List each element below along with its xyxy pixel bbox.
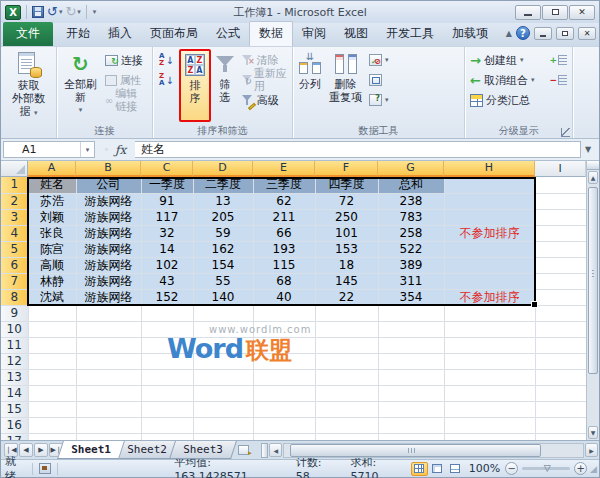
row-header-7[interactable]: 7 (1, 273, 28, 289)
consolidate-button[interactable] (367, 71, 391, 89)
cell-B6[interactable]: 游族网络 (76, 257, 141, 273)
cell-D2[interactable]: 13 (193, 193, 253, 209)
row-header-9[interactable]: 9 (1, 305, 28, 321)
cell-A5[interactable]: 陈宫 (28, 241, 76, 257)
cell-I17[interactable] (535, 433, 586, 440)
subtotal-button[interactable]: 分类汇总 (468, 91, 543, 109)
cell-H17[interactable] (444, 433, 535, 440)
vertical-scroll-track[interactable] (588, 185, 598, 425)
cell-I4[interactable] (535, 225, 586, 241)
cell-B2[interactable]: 游族网络 (76, 193, 141, 209)
cell-C6[interactable]: 102 (141, 257, 193, 273)
cell-I1[interactable] (535, 177, 586, 193)
cell-H10[interactable] (444, 321, 535, 337)
sheet-tab-sheet3[interactable]: Sheet3 (169, 441, 237, 459)
cell-E13[interactable] (253, 369, 315, 385)
tab-file[interactable]: 文件 (3, 22, 53, 46)
cell-E9[interactable] (253, 305, 315, 321)
cell-F11[interactable] (315, 337, 378, 353)
cell-E5[interactable]: 193 (253, 241, 315, 257)
filter-button[interactable]: 筛选 (213, 49, 237, 122)
cell-E2[interactable]: 62 (253, 193, 315, 209)
cell-I5[interactable] (535, 241, 586, 257)
column-header-F[interactable]: F (315, 161, 378, 177)
cell-E17[interactable] (253, 433, 315, 440)
cell-C5[interactable]: 14 (141, 241, 193, 257)
cell-H3[interactable] (444, 209, 535, 225)
scrollbar-split-handle[interactable] (587, 161, 599, 170)
cell-B8[interactable]: 游族网络 (76, 289, 141, 305)
cell-G13[interactable] (378, 369, 444, 385)
cell-C7[interactable]: 43 (141, 273, 193, 289)
cell-B16[interactable] (76, 417, 141, 433)
doc-minimize-button[interactable] (534, 27, 552, 40)
cell-H4[interactable]: 不参加排序 (444, 225, 535, 241)
connections-button[interactable]: 连接 (103, 51, 149, 69)
cell-E15[interactable] (253, 401, 315, 417)
horizontal-scroll-track[interactable] (283, 443, 584, 458)
minimize-button[interactable] (515, 5, 541, 20)
tab-insert[interactable]: 插入 (99, 22, 141, 46)
data-validation-button[interactable]: ✓⊘▾ (367, 51, 391, 69)
cell-H2[interactable] (444, 193, 535, 209)
name-box-dropdown-icon[interactable]: ▾ (80, 142, 94, 157)
cell-D13[interactable] (193, 369, 253, 385)
cell-H12[interactable] (444, 353, 535, 369)
sort-ascending-button[interactable]: AZ↓ (157, 51, 176, 69)
formula-content[interactable]: 姓名 (135, 141, 581, 158)
cell-F13[interactable] (315, 369, 378, 385)
cell-D17[interactable] (193, 433, 253, 440)
cell-D6[interactable]: 154 (193, 257, 253, 273)
cell-C16[interactable] (141, 417, 193, 433)
help-button[interactable]: ? (516, 26, 530, 40)
cell-A12[interactable] (28, 353, 76, 369)
cell-A17[interactable] (28, 433, 76, 440)
cell-F8[interactable]: 22 (315, 289, 378, 305)
customize-qat-button[interactable]: ▾ (92, 5, 97, 19)
cell-G9[interactable] (378, 305, 444, 321)
cell-D14[interactable] (193, 385, 253, 401)
cell-G10[interactable] (378, 321, 444, 337)
column-header-C[interactable]: C (141, 161, 193, 177)
cell-G17[interactable] (378, 433, 444, 440)
cell-I3[interactable] (535, 209, 586, 225)
row-header-14[interactable]: 14 (1, 385, 28, 401)
cell-E6[interactable]: 115 (253, 257, 315, 273)
edit-links-button[interactable]: ∞编辑链接 (103, 91, 149, 109)
sort-descending-button[interactable]: ZA↓ (157, 71, 176, 89)
row-header-1[interactable]: 1 (1, 177, 28, 193)
cell-C3[interactable]: 117 (141, 209, 193, 225)
cell-G11[interactable] (378, 337, 444, 353)
row-header-16[interactable]: 16 (1, 417, 28, 433)
record-macro-icon[interactable] (39, 463, 51, 474)
cell-C12[interactable] (141, 353, 193, 369)
cell-H6[interactable] (444, 257, 535, 273)
cell-D10[interactable] (193, 321, 253, 337)
column-header-B[interactable]: B (76, 161, 141, 177)
tab-review[interactable]: 审阅 (293, 22, 335, 46)
row-header-13[interactable]: 13 (1, 369, 28, 385)
cell-A3[interactable]: 刘颖 (28, 209, 76, 225)
get-external-data-button[interactable]: 获取 外部数据 ▾ (4, 50, 53, 122)
cell-I7[interactable] (535, 273, 586, 289)
zoom-level[interactable]: 100% (469, 462, 500, 475)
cell-G3[interactable]: 783 (378, 209, 444, 225)
cell-C8[interactable]: 152 (141, 289, 193, 305)
create-group-button[interactable]: →创建组▾ (468, 51, 543, 69)
cell-E12[interactable] (253, 353, 315, 369)
column-header-D[interactable]: D (193, 161, 253, 177)
cell-C10[interactable] (141, 321, 193, 337)
cell-D4[interactable]: 59 (193, 225, 253, 241)
cell-B3[interactable]: 游族网络 (76, 209, 141, 225)
cell-B15[interactable] (76, 401, 141, 417)
cell-C17[interactable] (141, 433, 193, 440)
doc-restore-button[interactable] (556, 27, 574, 40)
cell-B5[interactable]: 游族网络 (76, 241, 141, 257)
cell-F14[interactable] (315, 385, 378, 401)
cell-F3[interactable]: 250 (315, 209, 378, 225)
cell-H9[interactable] (444, 305, 535, 321)
vertical-scrollbar[interactable]: ▲ ▼ (586, 161, 599, 440)
cell-F9[interactable] (315, 305, 378, 321)
remove-duplicates-button[interactable]: 删除 重复项 (326, 49, 365, 122)
cell-D8[interactable]: 140 (193, 289, 253, 305)
